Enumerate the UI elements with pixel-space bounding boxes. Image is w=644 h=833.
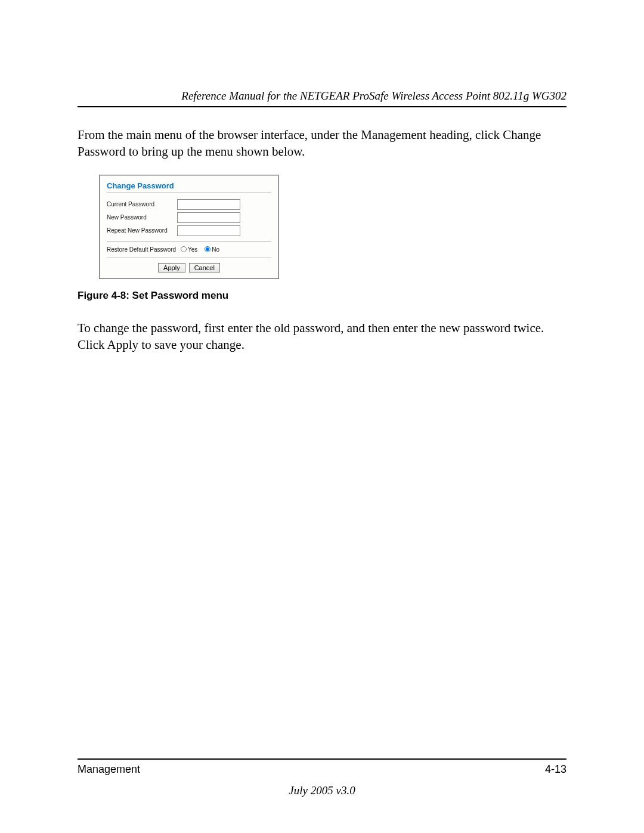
radio-no-label: No xyxy=(212,246,219,253)
dialog-title: Change Password xyxy=(107,181,271,190)
dialog-separator-2 xyxy=(107,241,271,241)
label-repeat-password: Repeat New Password xyxy=(107,227,177,234)
footer-page-number: 4-13 xyxy=(545,763,566,776)
apply-button[interactable]: Apply xyxy=(158,263,185,272)
dialog-separator-3 xyxy=(107,258,271,258)
form-row-current: Current Password xyxy=(107,199,271,210)
figure-screenshot: Change Password Current Password New Pas… xyxy=(99,175,566,279)
radio-no-wrap[interactable]: No xyxy=(205,246,219,253)
dialog-button-row: Apply Cancel xyxy=(107,263,271,272)
label-restore-default: Restore Default Password xyxy=(107,246,177,253)
label-new-password: New Password xyxy=(107,214,177,221)
cancel-button[interactable]: Cancel xyxy=(189,263,220,272)
intro-paragraph: From the main menu of the browser interf… xyxy=(78,126,566,160)
input-repeat-password[interactable] xyxy=(177,225,240,236)
footer-rule xyxy=(78,758,566,760)
radio-no[interactable] xyxy=(205,246,210,252)
post-paragraph: To change the password, first enter the … xyxy=(78,320,566,354)
header-rule xyxy=(78,106,566,107)
input-new-password[interactable] xyxy=(177,212,240,223)
radio-yes[interactable] xyxy=(181,246,187,252)
page-footer: Management 4-13 July 2005 v3.0 xyxy=(78,758,566,776)
radio-yes-label: Yes xyxy=(188,246,197,253)
label-current-password: Current Password xyxy=(107,201,177,208)
form-row-repeat: Repeat New Password xyxy=(107,225,271,236)
radio-yes-wrap[interactable]: Yes xyxy=(181,246,197,253)
change-password-dialog: Change Password Current Password New Pas… xyxy=(99,175,279,279)
input-current-password[interactable] xyxy=(177,199,240,210)
form-row-new: New Password xyxy=(107,212,271,223)
restore-default-row: Restore Default Password Yes No xyxy=(107,246,271,253)
footer-section: Management xyxy=(78,763,140,776)
figure-caption: Figure 4-8: Set Password menu xyxy=(78,290,566,302)
footer-date: July 2005 v3.0 xyxy=(78,784,566,797)
document-header-title: Reference Manual for the NETGEAR ProSafe… xyxy=(78,89,566,106)
dialog-separator xyxy=(107,193,271,193)
